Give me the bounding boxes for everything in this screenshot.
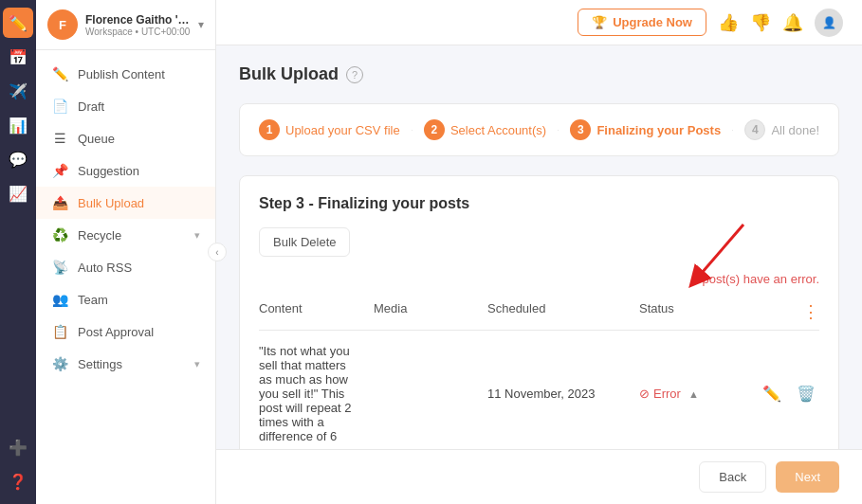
- col-header-media: Media: [374, 301, 487, 322]
- sidebar-item-settings[interactable]: ⚙️ Settings ▾: [36, 348, 215, 380]
- user-avatar: F: [47, 9, 78, 40]
- col-header-status: Status: [639, 301, 762, 322]
- sidebar-item-post-approval[interactable]: 📋 Post Approval: [36, 315, 215, 348]
- error-label: Error: [653, 387, 681, 401]
- status-chevron-icon[interactable]: ▲: [688, 388, 699, 400]
- step-select-accounts: 2 Select Account(s): [424, 119, 546, 140]
- chevron-down-icon: ▾: [198, 18, 204, 31]
- upgrade-now-button[interactable]: 🏆 Upgrade Now: [578, 9, 706, 36]
- sidebar-item-draft[interactable]: 📄 Draft: [36, 90, 215, 122]
- table-row: "Its not what you sell that matters as m…: [259, 331, 819, 449]
- step-1-label: Upload your CSV file: [285, 123, 400, 137]
- info-icon[interactable]: ?: [346, 66, 363, 83]
- publish-content-icon: ✏️: [51, 66, 68, 81]
- top-header: 🏆 Upgrade Now 👍 👎 🔔 👤: [216, 0, 862, 45]
- sidebar-item-recycle[interactable]: ♻️ Recycle ▾: [36, 219, 215, 251]
- sidebar-item-queue[interactable]: ☰ Queue: [36, 122, 215, 154]
- sidebar-item-team[interactable]: 👥 Team: [36, 283, 215, 315]
- settings-icon: ⚙️: [51, 356, 68, 371]
- sidebar-item-auto-rss[interactable]: 📡 Auto RSS: [36, 251, 215, 283]
- bulk-delete-button[interactable]: Bulk Delete: [259, 227, 350, 257]
- thumbs-up-icon[interactable]: 👍: [718, 12, 739, 33]
- team-icon: 👥: [51, 292, 68, 307]
- post-approval-icon: 📋: [51, 324, 68, 339]
- table-header: Content Media Scheduled Status ⋮: [259, 294, 819, 331]
- thumbs-down-icon[interactable]: 👎: [750, 12, 771, 33]
- draft-icon: 📄: [51, 99, 68, 114]
- settings-label: Settings: [78, 357, 185, 371]
- step-1-number: 1: [259, 119, 280, 140]
- icon-bar: ✏️ 📅 ✈️ 📊 💬 📈 ➕ ❓: [0, 0, 36, 504]
- sidebar-item-suggestion[interactable]: 📌 Suggestion: [36, 154, 215, 187]
- step-finalizing: 3 Finalizing your Posts: [570, 119, 721, 140]
- page-title: Bulk Upload: [239, 64, 339, 84]
- row-content: "Its not what you sell that matters as m…: [259, 344, 374, 443]
- bulk-upload-icon: 📤: [51, 195, 68, 210]
- content-area: Bulk Upload ? 1 Upload your CSV file 2 S…: [216, 45, 862, 449]
- sidebar-nav: ✏️ Publish Content 📄 Draft ☰ Queue 📌 Sug…: [36, 50, 215, 504]
- error-circle-icon: ⊘: [639, 387, 650, 401]
- row-actions: ✏️ 🗑️: [762, 381, 819, 406]
- step-3-label: Finalizing your Posts: [596, 123, 721, 137]
- col-options: ⋮: [762, 301, 819, 322]
- user-name: Florence Gaitho 'S...: [85, 13, 191, 27]
- step-all-done: 4 All done!: [744, 119, 819, 140]
- draft-label: Draft: [78, 99, 200, 114]
- bottom-bar: Back Next: [216, 449, 862, 504]
- profile-avatar[interactable]: 👤: [815, 9, 843, 37]
- sidebar-collapse-button[interactable]: ‹: [208, 243, 227, 261]
- icon-bar-calendar[interactable]: 📅: [3, 42, 33, 72]
- queue-label: Queue: [78, 132, 200, 146]
- bulk-upload-label: Bulk Upload: [78, 196, 200, 210]
- recycle-label: Recycle: [78, 228, 185, 243]
- col-header-scheduled: Scheduled: [487, 301, 639, 322]
- steps-bar: 1 Upload your CSV file 2 Select Account(…: [239, 103, 839, 156]
- sidebar-item-bulk-upload[interactable]: 📤 Bulk Upload: [36, 187, 215, 219]
- delete-post-button[interactable]: 🗑️: [793, 381, 819, 406]
- team-label: Team: [78, 293, 200, 307]
- suggestion-icon: 📌: [51, 163, 68, 178]
- step-4-number: 4: [744, 119, 765, 140]
- icon-bar-home[interactable]: ✏️: [3, 8, 33, 38]
- col-header-content: Content: [259, 301, 374, 322]
- chevron-icon: ▾: [194, 358, 200, 370]
- sidebar-item-publish-content[interactable]: ✏️ Publish Content: [36, 58, 215, 90]
- recycle-icon: ♻️: [51, 227, 68, 243]
- workspace-selector[interactable]: F Florence Gaitho 'S... Workspace • UTC+…: [36, 0, 215, 50]
- publish-content-label: Publish Content: [78, 67, 200, 81]
- icon-bar-help[interactable]: ❓: [3, 466, 33, 496]
- step-divider-2: [558, 130, 559, 131]
- post-approval-label: Post Approval: [78, 325, 200, 339]
- suggestion-label: Suggestion: [78, 164, 200, 178]
- icon-bar-send[interactable]: ✈️: [3, 76, 33, 106]
- edit-post-button[interactable]: ✏️: [759, 381, 785, 406]
- sidebar: F Florence Gaitho 'S... Workspace • UTC+…: [36, 0, 216, 504]
- back-button[interactable]: Back: [699, 461, 766, 493]
- auto-rss-icon: 📡: [51, 260, 68, 275]
- icon-bar-bar-chart[interactable]: 📈: [3, 178, 33, 208]
- trophy-icon: 🏆: [592, 15, 607, 29]
- next-button[interactable]: Next: [776, 461, 839, 493]
- row-scheduled: 11 November, 2023: [487, 387, 639, 401]
- step-upload-csv: 1 Upload your CSV file: [259, 119, 400, 140]
- step-2-label: Select Account(s): [450, 123, 546, 137]
- step-2-number: 2: [424, 119, 445, 140]
- page-header: Bulk Upload ?: [239, 64, 839, 84]
- row-status: ⊘ Error ▲: [639, 387, 762, 401]
- chevron-icon: ▾: [194, 229, 200, 242]
- workspace-label: Workspace • UTC+00:00: [85, 27, 191, 37]
- icon-bar-chart[interactable]: 📊: [3, 110, 33, 140]
- step-divider-3: [732, 130, 733, 131]
- icon-bar-add[interactable]: ➕: [3, 432, 33, 462]
- auto-rss-label: Auto RSS: [78, 261, 200, 275]
- column-options-icon[interactable]: ⋮: [802, 301, 819, 322]
- queue-icon: ☰: [51, 131, 68, 146]
- main-area: 🏆 Upgrade Now 👍 👎 🔔 👤 Bulk Upload ? 1 Up…: [216, 0, 862, 504]
- notification-icon[interactable]: 🔔: [782, 12, 803, 33]
- icon-bar-message[interactable]: 💬: [3, 144, 33, 174]
- error-notice: 5 post(s) have an error.: [692, 272, 819, 286]
- card-title: Step 3 - Finalizing your posts: [259, 195, 819, 212]
- step-4-label: All done!: [771, 123, 819, 137]
- main-card: Step 3 - Finalizing your posts Bulk Dele…: [239, 175, 839, 449]
- step-3-number: 3: [570, 119, 591, 140]
